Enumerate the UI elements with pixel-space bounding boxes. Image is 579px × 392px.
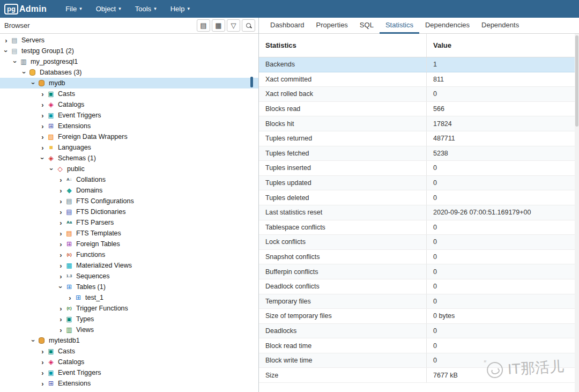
table-row[interactable]: Tuples updated0 [259,176,575,191]
table-row[interactable]: Tuples returned487711 [259,131,575,146]
tree-scrollbar-thumb[interactable] [250,77,253,87]
tree-item-foreign-data-wrappers[interactable]: ›▧Foreign Data Wrappers [0,131,258,142]
tree-item-extensions[interactable]: ›⊞Extensions [0,121,258,131]
tree-item-trigger-functions[interactable]: ›(ε)Trigger Functions [0,303,258,314]
tree-item-mydb[interactable]: ›mydb [0,78,258,88]
table-row[interactable]: Tuples inserted0 [259,161,575,176]
chevron-down-icon[interactable]: › [57,283,64,291]
chevron-right-icon[interactable]: › [57,252,65,258]
tree-item-sequences[interactable]: ›1.3Sequences [0,271,258,282]
chevron-right-icon[interactable]: › [39,134,47,140]
content-scrollbar-thumb[interactable] [575,35,578,127]
table-row[interactable]: Tuples fetched5238 [259,146,575,161]
chevron-right-icon[interactable]: › [57,176,65,183]
menu-file[interactable]: File▾ [58,0,88,18]
tab-properties[interactable]: Properties [310,18,354,34]
tab-dashboard[interactable]: Dashboard [264,18,310,34]
tab-dependents[interactable]: Dependents [476,18,525,34]
tree-item-fts-dictionaries[interactable]: ›▤FTS Dictionaries [0,206,258,217]
table-row[interactable]: Tuples deleted0 [259,190,575,205]
chevron-right-icon[interactable]: › [39,359,47,366]
table-row[interactable]: Block write time0 [259,353,575,368]
chevron-right-icon[interactable]: › [39,144,47,151]
chevron-down-icon[interactable]: › [30,337,37,345]
chevron-right-icon[interactable]: › [57,241,65,248]
chevron-right-icon[interactable]: › [39,91,47,98]
table-row[interactable]: Tablespace conflicts0 [259,220,575,235]
chevron-right-icon[interactable]: › [2,37,10,44]
content-scrollbar[interactable] [575,34,579,392]
chevron-right-icon[interactable]: › [39,380,47,387]
tab-statistics[interactable]: Statistics [380,18,419,34]
tree-item-domains[interactable]: ›◆Domains [0,185,258,196]
tree-item-casts[interactable]: ›▣Casts [0,346,258,357]
chevron-right-icon[interactable]: › [39,123,47,130]
chevron-right-icon[interactable]: › [66,294,74,301]
tree-item-tables-1[interactable]: ›⊞Tables (1) [0,282,258,292]
table-row[interactable]: Deadlock conflicts0 [259,279,575,294]
tree-item-fts-configurations[interactable]: ›▤FTS Configurations [0,196,258,206]
chevron-down-icon[interactable]: › [21,69,28,77]
table-row[interactable]: Last statistics reset2020-09-26 07:00:51… [259,205,575,220]
tree-item-casts[interactable]: ›▣Casts [0,88,258,99]
tree-item-event-triggers[interactable]: ›▣Event Triggers [0,367,258,378]
tree-item-views[interactable]: ›▥Views [0,324,258,335]
chevron-down-icon[interactable]: › [48,165,55,173]
tab-sql[interactable]: SQL [354,18,380,34]
tree-item-materialized-views[interactable]: ›▦Materialized Views [0,260,258,271]
tree-item-foreign-tables[interactable]: ›⊞Foreign Tables [0,239,258,249]
chevron-right-icon[interactable]: › [39,101,47,108]
tree-item-event-triggers[interactable]: ›▣Event Triggers [0,110,258,121]
table-row[interactable]: Bufferpin conflicts0 [259,264,575,279]
chevron-right-icon[interactable]: › [57,187,65,194]
chevron-down-icon[interactable]: › [30,79,37,87]
tree-item-catalogs[interactable]: ›◈Catalogs [0,99,258,110]
chevron-right-icon[interactable]: › [57,273,65,280]
chevron-right-icon[interactable]: › [39,112,47,119]
tree-item-mytestdb1[interactable]: ›mytestdb1 [0,335,258,346]
table-row[interactable]: Block read time0 [259,338,575,353]
table-row[interactable]: Backends1 [259,57,575,72]
chevron-right-icon[interactable]: › [57,316,65,323]
menu-help[interactable]: Help▾ [164,0,197,18]
chevron-down-icon[interactable]: › [3,47,10,55]
table-row[interactable]: Lock conflicts0 [259,235,575,250]
grid-view-button[interactable]: ▦ [212,19,225,32]
chevron-right-icon[interactable]: › [57,209,65,216]
chevron-right-icon[interactable]: › [57,262,65,269]
tree-item-languages[interactable]: ›■Languages [0,142,258,153]
chevron-right-icon[interactable]: › [57,198,65,205]
chevron-down-icon[interactable]: › [12,58,19,66]
tree-item-servers[interactable]: ›▤Servers [0,35,258,46]
table-row[interactable]: Blocks read566 [259,102,575,117]
tree-item-test-1[interactable]: ›⊞test_1 [0,292,258,303]
table-row[interactable]: Xact committed811 [259,72,575,87]
tree-item-catalogs[interactable]: ›◈Catalogs [0,357,258,367]
table-row[interactable]: Deadlocks0 [259,324,575,339]
menu-object[interactable]: Object▾ [89,0,128,18]
chevron-right-icon[interactable]: › [57,219,65,226]
search-button[interactable] [242,19,255,32]
chevron-right-icon[interactable]: › [57,230,65,237]
tree-item-types[interactable]: ›▣Types [0,314,258,324]
table-row[interactable]: Size of temporary files0 bytes [259,309,575,324]
tree-item-fts-parsers[interactable]: ›AaFTS Parsers [0,217,258,228]
menu-tools[interactable]: Tools▾ [128,0,164,18]
tree-item-testpg-group1-2[interactable]: ›▤testpg Group1 (2) [0,46,258,56]
panels-button[interactable]: ▤ [197,19,210,32]
tree-item-my-postgresql1[interactable]: ›▥my_postgresql1 [0,56,258,67]
filter-button[interactable]: ▽ [227,19,240,32]
table-row[interactable]: Snapshot conflicts0 [259,250,575,265]
table-row[interactable]: Temporary files0 [259,294,575,309]
tree-item-schemas-1[interactable]: ›◈Schemas (1) [0,153,258,164]
table-row[interactable]: Size7677 kB [259,368,575,383]
tree-item-fts-templates[interactable]: ›▤FTS Templates [0,228,258,239]
table-row[interactable]: Xact rolled back0 [259,87,575,102]
tree-item-databases-3[interactable]: ›Databases (3) [0,67,258,78]
chevron-down-icon[interactable]: › [39,154,46,162]
tree-item-collations[interactable]: ›A↓Collations [0,174,258,185]
table-row[interactable]: Blocks hit17824 [259,116,575,131]
tree-item-extensions[interactable]: ›⊞Extensions [0,378,258,389]
tab-dependencies[interactable]: Dependencies [419,18,476,34]
chevron-right-icon[interactable]: › [57,305,65,312]
